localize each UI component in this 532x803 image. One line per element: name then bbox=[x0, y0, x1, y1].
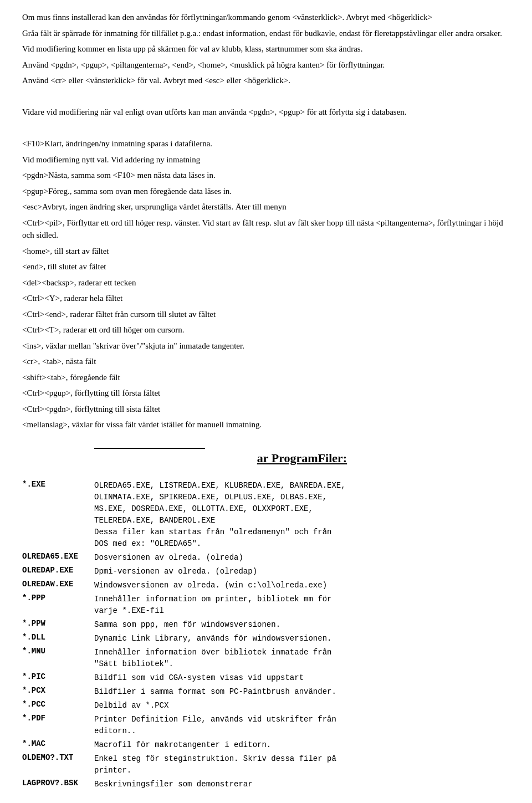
intro-p25: <Ctrl><pgdn>, förflyttning till sista fä… bbox=[22, 403, 510, 416]
table-row: *.MNUInnehåller information över bibliot… bbox=[22, 646, 510, 671]
table-row: *.PICBildfil som vid CGA-system visas vi… bbox=[22, 671, 510, 685]
intro-p5: Använd <cr> eller <vänsterklick> för val… bbox=[22, 74, 510, 87]
section-divider bbox=[94, 448, 205, 449]
table-row: *.PPWSamma som ppp, men för windowsversi… bbox=[22, 618, 510, 632]
file-ext: *.PPW bbox=[22, 618, 94, 632]
file-desc: Innehåller information om printer, bibli… bbox=[94, 592, 510, 618]
file-ext: OLREDAP.EXE bbox=[22, 565, 94, 579]
intro-p7: Vidare vid modifiering när val enligt ov… bbox=[22, 106, 510, 119]
intro-p2: Gråa fält är spärrade för inmatning för … bbox=[22, 27, 510, 40]
intro-p19: <Ctrl><end>, raderar fältet från cursorn… bbox=[22, 308, 510, 321]
file-ext: *.PCC bbox=[22, 699, 94, 713]
file-desc: Delbild av *.PCX bbox=[94, 699, 510, 713]
file-ext: *.DLL bbox=[22, 632, 94, 646]
file-desc: Dynamic Link Library, används för window… bbox=[94, 632, 510, 646]
intro-p15: <home>, till start av fältet bbox=[22, 245, 510, 258]
table-row: OLREDAP.EXEDpmi-versionen av olreda. (ol… bbox=[22, 565, 510, 579]
table-row: OLDEMO?.TXTEnkel steg för steginstruktio… bbox=[22, 752, 510, 778]
file-ext: *.PPP bbox=[22, 592, 94, 618]
table-row: OLREDA65.EXEDosversionen av olreda. (olr… bbox=[22, 551, 510, 565]
file-desc: Innehåller information över bibliotek in… bbox=[94, 646, 510, 671]
intro-p26: <mellanslag>, växlar för vissa fält värd… bbox=[22, 418, 510, 431]
intro-p1: Om mus finns installerad kan den använda… bbox=[22, 11, 510, 24]
file-ext: OLREDA65.EXE bbox=[22, 551, 94, 565]
file-desc: Printer Definition File, används vid uts… bbox=[94, 713, 510, 738]
file-desc: Bildfiler i samma format som PC-Paintbru… bbox=[94, 685, 510, 699]
intro-section: Om mus finns installerad kan den använda… bbox=[22, 11, 510, 431]
intro-p12: <pgup>Föreg., samma som ovan men föregåe… bbox=[22, 185, 510, 198]
table-row: *.PCXBildfiler i samma format som PC-Pai… bbox=[22, 685, 510, 699]
table-row: LAGPROV?.BSKBeskrivningsfiler som demons… bbox=[22, 778, 510, 791]
table-row: *.PDFPrinter Definition File, används vi… bbox=[22, 713, 510, 738]
file-desc: Bildfil som vid CGA-system visas vid upp… bbox=[94, 671, 510, 685]
file-desc: Enkel steg för steginstruktion. Skriv de… bbox=[94, 752, 510, 778]
file-ext: *.PDF bbox=[22, 713, 94, 738]
file-desc: Dosversionen av olreda. (olreda) bbox=[94, 551, 510, 565]
file-desc: Windowsversionen av olreda. (win c:\ol\o… bbox=[94, 579, 510, 592]
table-row: OLREDAW.EXEWindowsversionen av olreda. (… bbox=[22, 579, 510, 592]
intro-p14: <Ctrl><pil>, Förflyttar ett ord till hög… bbox=[22, 217, 510, 242]
intro-p22: <cr>, <tab>, nästa fält bbox=[22, 355, 510, 368]
file-desc: OLREDA65.EXE, LISTREDA.EXE, KLUBREDA.EXE… bbox=[94, 479, 510, 551]
file-desc: Samma som ppp, men för windowsversionen. bbox=[94, 618, 510, 632]
intro-p8 bbox=[22, 122, 510, 135]
file-table: *.EXEOLREDA65.EXE, LISTREDA.EXE, KLUBRED… bbox=[22, 479, 510, 791]
intro-p20: <Ctrl><T>, raderar ett ord till höger om… bbox=[22, 324, 510, 336]
intro-p16: <end>, till slutet av fältet bbox=[22, 260, 510, 273]
intro-p11: <pgdn>Nästa, samma som <F10> men nästa d… bbox=[22, 169, 510, 182]
file-ext: OLDEMO?.TXT bbox=[22, 752, 94, 778]
file-ext: *.PIC bbox=[22, 671, 94, 685]
section-title: ar ProgramFiler: bbox=[94, 451, 510, 466]
intro-p23: <shift><tab>, föregående fält bbox=[22, 371, 510, 384]
intro-p17: <del><backsp>, raderar ett tecken bbox=[22, 277, 510, 289]
intro-p18: <Ctrl><Y>, raderar hela fältet bbox=[22, 292, 510, 305]
intro-p21: <ins>, växlar mellan "skrivar över"/"skj… bbox=[22, 340, 510, 352]
file-ext: OLREDAW.EXE bbox=[22, 579, 94, 592]
intro-p6 bbox=[22, 90, 510, 103]
file-desc: Macrofil för makrotangenter i editorn. bbox=[94, 738, 510, 752]
table-row: *.DLLDynamic Link Library, används för w… bbox=[22, 632, 510, 646]
intro-p10: Vid modifierning nytt val. Vid addering … bbox=[22, 154, 510, 166]
intro-p3: Vid modifiering kommer en lista upp på s… bbox=[22, 43, 510, 55]
table-row: *.PCCDelbild av *.PCX bbox=[22, 699, 510, 713]
file-desc: Dpmi-versionen av olreda. (olredap) bbox=[94, 565, 510, 579]
table-row: *.PPPInnehåller information om printer, … bbox=[22, 592, 510, 618]
intro-p24: <Ctrl><pgup>, förflytting till första fä… bbox=[22, 387, 510, 400]
file-ext: LAGPROV?.BSK bbox=[22, 778, 94, 791]
file-ext: *.PCX bbox=[22, 685, 94, 699]
table-row: *.EXEOLREDA65.EXE, LISTREDA.EXE, KLUBRED… bbox=[22, 479, 510, 551]
file-desc: Beskrivningsfiler som demonstrerar bbox=[94, 778, 510, 791]
file-ext: *.EXE bbox=[22, 479, 94, 551]
table-row: *.MACMacrofil för makrotangenter i edito… bbox=[22, 738, 510, 752]
file-ext: *.MAC bbox=[22, 738, 94, 752]
file-ext: *.MNU bbox=[22, 646, 94, 671]
intro-p9: <F10>Klart, ändringen/ny inmatning spara… bbox=[22, 137, 510, 150]
intro-p4: Använd <pgdn>, <pgup>, <piltangenterna>,… bbox=[22, 59, 510, 71]
intro-p13: <esc>Avbryt, ingen ändring sker, ursprun… bbox=[22, 201, 510, 213]
